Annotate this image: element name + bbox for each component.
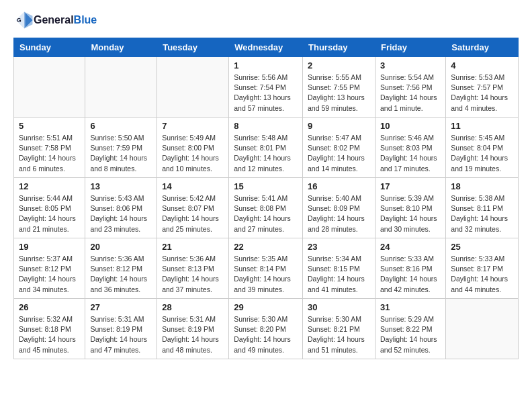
day-info: Sunrise: 5:38 AMSunset: 8:11 PMDaylight:… [451, 193, 513, 234]
day-number: 18 [451, 181, 513, 191]
weekday-header: Monday [85, 38, 157, 57]
weekday-header: Thursday [303, 38, 375, 57]
day-number: 24 [380, 242, 441, 252]
day-info: Sunrise: 5:39 AMSunset: 8:10 PMDaylight:… [380, 193, 441, 234]
calendar-day-cell: 15Sunrise: 5:41 AMSunset: 8:08 PMDayligh… [229, 178, 303, 238]
day-info: Sunrise: 5:44 AMSunset: 8:05 PMDaylight:… [19, 193, 80, 234]
day-info: Sunrise: 5:31 AMSunset: 8:19 PMDaylight:… [90, 314, 152, 355]
weekday-header: Sunday [14, 38, 85, 57]
day-info: Sunrise: 5:48 AMSunset: 8:01 PMDaylight:… [234, 133, 298, 174]
day-info: Sunrise: 5:37 AMSunset: 8:12 PMDaylight:… [19, 254, 80, 295]
calendar-day-cell: 12Sunrise: 5:44 AMSunset: 8:05 PMDayligh… [14, 178, 85, 238]
day-number: 5 [19, 121, 80, 131]
calendar-week-row: 5Sunrise: 5:51 AMSunset: 7:58 PMDaylight… [14, 118, 519, 178]
calendar-day-cell [14, 57, 85, 118]
day-number: 1 [234, 60, 298, 71]
calendar-day-cell: 31Sunrise: 5:29 AMSunset: 8:22 PMDayligh… [375, 299, 445, 359]
day-number: 6 [90, 121, 152, 131]
calendar-day-cell: 25Sunrise: 5:33 AMSunset: 8:17 PMDayligh… [446, 238, 519, 299]
calendar-header-row: SundayMondayTuesdayWednesdayThursdayFrid… [14, 38, 519, 57]
day-number: 14 [162, 181, 224, 191]
day-number: 15 [234, 181, 298, 191]
day-info: Sunrise: 5:30 AMSunset: 8:20 PMDaylight:… [234, 314, 298, 355]
calendar-day-cell: 2Sunrise: 5:55 AMSunset: 7:55 PMDaylight… [303, 57, 375, 118]
calendar-day-cell: 7Sunrise: 5:49 AMSunset: 8:00 PMDaylight… [157, 118, 229, 178]
day-number: 23 [308, 242, 370, 252]
day-number: 11 [451, 121, 513, 131]
calendar-day-cell [446, 299, 519, 359]
day-number: 27 [90, 302, 152, 312]
calendar-day-cell: 30Sunrise: 5:30 AMSunset: 8:21 PMDayligh… [303, 299, 375, 359]
day-info: Sunrise: 5:34 AMSunset: 8:15 PMDaylight:… [308, 254, 370, 295]
logo-icon: G [15, 11, 34, 30]
svg-text:G: G [17, 17, 21, 24]
calendar-day-cell: 9Sunrise: 5:47 AMSunset: 8:02 PMDaylight… [303, 118, 375, 178]
day-number: 12 [19, 181, 80, 191]
day-number: 8 [234, 121, 298, 131]
day-number: 16 [308, 181, 370, 191]
day-info: Sunrise: 5:49 AMSunset: 8:00 PMDaylight:… [162, 133, 224, 174]
day-number: 19 [19, 242, 80, 252]
day-info: Sunrise: 5:42 AMSunset: 8:07 PMDaylight:… [162, 193, 224, 234]
calendar-week-row: 26Sunrise: 5:32 AMSunset: 8:18 PMDayligh… [14, 299, 519, 359]
calendar-day-cell: 21Sunrise: 5:36 AMSunset: 8:13 PMDayligh… [157, 238, 229, 299]
calendar-day-cell: 11Sunrise: 5:45 AMSunset: 8:04 PMDayligh… [446, 118, 519, 178]
day-info: Sunrise: 5:45 AMSunset: 8:04 PMDaylight:… [451, 133, 513, 174]
day-number: 3 [380, 60, 441, 71]
calendar-day-cell: 23Sunrise: 5:34 AMSunset: 8:15 PMDayligh… [303, 238, 375, 299]
day-number: 2 [308, 60, 370, 71]
svg-marker-2 [24, 12, 32, 29]
day-info: Sunrise: 5:36 AMSunset: 8:13 PMDaylight:… [162, 254, 224, 295]
calendar-week-row: 12Sunrise: 5:44 AMSunset: 8:05 PMDayligh… [14, 178, 519, 238]
day-info: Sunrise: 5:47 AMSunset: 8:02 PMDaylight:… [308, 133, 370, 174]
day-number: 17 [380, 181, 441, 191]
day-info: Sunrise: 5:36 AMSunset: 8:12 PMDaylight:… [90, 254, 152, 295]
weekday-header: Tuesday [157, 38, 229, 57]
day-number: 4 [451, 60, 513, 71]
day-info: Sunrise: 5:46 AMSunset: 8:03 PMDaylight:… [380, 133, 441, 174]
calendar-day-cell: 13Sunrise: 5:43 AMSunset: 8:06 PMDayligh… [85, 178, 157, 238]
day-number: 28 [162, 302, 224, 312]
day-number: 26 [19, 302, 80, 312]
calendar-day-cell: 10Sunrise: 5:46 AMSunset: 8:03 PMDayligh… [375, 118, 445, 178]
day-number: 10 [380, 121, 441, 131]
calendar-day-cell [85, 57, 157, 118]
day-info: Sunrise: 5:55 AMSunset: 7:55 PMDaylight:… [308, 73, 370, 113]
day-info: Sunrise: 5:50 AMSunset: 7:59 PMDaylight:… [90, 133, 152, 174]
calendar-day-cell: 28Sunrise: 5:31 AMSunset: 8:19 PMDayligh… [157, 299, 229, 359]
day-number: 20 [90, 242, 152, 252]
weekday-header: Saturday [446, 38, 519, 57]
day-number: 30 [308, 302, 370, 312]
day-info: Sunrise: 5:35 AMSunset: 8:14 PMDaylight:… [234, 254, 298, 295]
day-info: Sunrise: 5:54 AMSunset: 7:56 PMDaylight:… [380, 73, 441, 113]
calendar-day-cell: 14Sunrise: 5:42 AMSunset: 8:07 PMDayligh… [157, 178, 229, 238]
day-info: Sunrise: 5:40 AMSunset: 8:09 PMDaylight:… [308, 193, 370, 234]
day-info: Sunrise: 5:31 AMSunset: 8:19 PMDaylight:… [162, 314, 224, 355]
calendar-day-cell: 5Sunrise: 5:51 AMSunset: 7:58 PMDaylight… [14, 118, 85, 178]
day-number: 22 [234, 242, 298, 252]
day-info: Sunrise: 5:53 AMSunset: 7:57 PMDaylight:… [451, 73, 513, 113]
calendar-day-cell: 18Sunrise: 5:38 AMSunset: 8:11 PMDayligh… [446, 178, 519, 238]
calendar-table: SundayMondayTuesdayWednesdayThursdayFrid… [13, 38, 519, 359]
page: G GeneralBlue SundayMondayTuesdayWednesd… [0, 0, 532, 370]
calendar-day-cell: 22Sunrise: 5:35 AMSunset: 8:14 PMDayligh… [229, 238, 303, 299]
day-info: Sunrise: 5:32 AMSunset: 8:18 PMDaylight:… [19, 314, 80, 355]
calendar-day-cell: 4Sunrise: 5:53 AMSunset: 7:57 PMDaylight… [446, 57, 519, 118]
calendar-day-cell: 3Sunrise: 5:54 AMSunset: 7:56 PMDaylight… [375, 57, 445, 118]
day-info: Sunrise: 5:41 AMSunset: 8:08 PMDaylight:… [234, 193, 298, 234]
calendar-day-cell [157, 57, 229, 118]
day-number: 7 [162, 121, 224, 131]
calendar-day-cell: 27Sunrise: 5:31 AMSunset: 8:19 PMDayligh… [85, 299, 157, 359]
calendar-day-cell: 20Sunrise: 5:36 AMSunset: 8:12 PMDayligh… [85, 238, 157, 299]
day-number: 31 [380, 302, 441, 312]
calendar-day-cell: 29Sunrise: 5:30 AMSunset: 8:20 PMDayligh… [229, 299, 303, 359]
calendar-week-row: 1Sunrise: 5:56 AMSunset: 7:54 PMDaylight… [14, 57, 519, 118]
calendar-week-row: 19Sunrise: 5:37 AMSunset: 8:12 PMDayligh… [14, 238, 519, 299]
logo-general-text: GeneralBlue [34, 14, 97, 26]
calendar-day-cell: 8Sunrise: 5:48 AMSunset: 8:01 PMDaylight… [229, 118, 303, 178]
day-number: 13 [90, 181, 152, 191]
day-info: Sunrise: 5:56 AMSunset: 7:54 PMDaylight:… [234, 73, 298, 113]
day-info: Sunrise: 5:30 AMSunset: 8:21 PMDaylight:… [308, 314, 370, 355]
calendar-day-cell: 17Sunrise: 5:39 AMSunset: 8:10 PMDayligh… [375, 178, 445, 238]
calendar-day-cell: 16Sunrise: 5:40 AMSunset: 8:09 PMDayligh… [303, 178, 375, 238]
